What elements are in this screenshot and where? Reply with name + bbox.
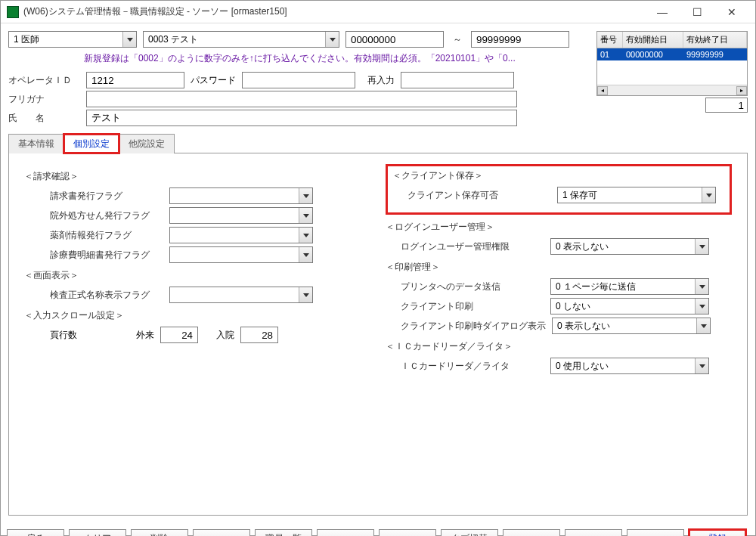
empty-button-4[interactable] [503, 529, 560, 536]
left-column: ＜請求確認＞ 請求書発行フラグ 院外処方せん発行フラグ 薬剤情報発行フラグ 診療… [24, 164, 370, 504]
cell-to: 99999999 [683, 48, 747, 60]
tab-other-hospital[interactable]: 他院設定 [119, 134, 175, 153]
window-controls: — ☐ ✕ [645, 1, 749, 23]
role-combo-value: 1 医師 [9, 33, 44, 46]
client-save-combo[interactable]: 1 保存可 [557, 187, 716, 203]
section-print: ＜印刷管理＞ [386, 261, 732, 274]
testname-flag-combo[interactable] [169, 287, 313, 303]
col-no: 番号 [597, 32, 623, 48]
tab-strip: 基本情報 個別設定 他院設定 [8, 133, 748, 153]
chevron-down-icon [702, 187, 715, 203]
login-perm-value: 0 表示しない [551, 240, 613, 253]
reenter-input[interactable] [401, 72, 514, 88]
back-button[interactable]: 戻る [7, 529, 64, 536]
chevron-down-icon [299, 247, 312, 262]
client-print-dialog-value: 0 表示しない [553, 320, 615, 333]
scroll-left-icon[interactable]: ◂ [597, 86, 608, 95]
empty-button-2[interactable] [317, 529, 374, 536]
chevron-down-icon [299, 228, 312, 243]
gairai-label: 外来 [101, 329, 154, 342]
validity-table: 番号 有効開始日 有効終了日 01 00000000 99999999 ◂ ▸ [596, 31, 748, 96]
titlebar: (W06)システム管理情報－職員情報設定 - ソーソー [ormaster150… [1, 1, 755, 23]
chevron-down-icon [695, 279, 708, 294]
section-client: ＜クライアント保存＞ [392, 169, 725, 182]
section-billing: ＜請求確認＞ [24, 170, 370, 183]
range-tilde: ～ [450, 33, 465, 46]
nyuin-input[interactable] [240, 327, 278, 343]
operator-id-label: オペレータＩＤ [8, 74, 80, 87]
empty-button-6[interactable] [627, 529, 684, 536]
tab-switch-button[interactable]: タブ切替 [441, 529, 498, 536]
section-display: ＜画面表示＞ [24, 269, 370, 282]
chevron-down-icon [299, 188, 312, 203]
outrx-flag-combo[interactable] [169, 207, 313, 224]
side-panel: 番号 有効開始日 有効終了日 01 00000000 99999999 ◂ ▸ [596, 31, 748, 113]
outrx-flag-label: 院外処方せん発行フラグ [50, 209, 163, 222]
clear-button[interactable]: クリア [69, 529, 126, 536]
printer-send-value: 0 １ページ毎に送信 [551, 280, 640, 293]
password-input[interactable] [242, 72, 355, 88]
content-area: 1 医師 0003 テスト ～ 新規登録は「0002」のように数字のみを↑に打ち… [1, 23, 755, 523]
right-column: ＜クライアント保存＞ クライアント保存可否 1 保存可 ＜ログインユーザー管理＞… [386, 164, 732, 504]
chevron-down-icon [299, 287, 312, 302]
minimize-button[interactable]: — [645, 1, 680, 23]
h-scrollbar[interactable]: ◂ ▸ [597, 85, 747, 95]
client-print-combo[interactable]: 0 しない [550, 298, 709, 314]
empty-button-5[interactable] [565, 529, 622, 536]
detail-flag-label: 診療費明細書発行フラグ [50, 249, 163, 262]
row-counter-input[interactable] [705, 98, 748, 113]
testname-flag-label: 検査正式名称表示フラグ [50, 289, 163, 302]
ic-reader-combo[interactable]: 0 使用しない [550, 358, 709, 374]
client-print-dialog-combo[interactable]: 0 表示しない [552, 318, 711, 334]
role-combo[interactable]: 1 医師 [8, 31, 137, 48]
scroll-right-icon[interactable]: ▸ [736, 86, 747, 95]
cell-no: 01 [597, 48, 623, 60]
gairai-input[interactable] [160, 327, 198, 343]
reenter-label: 再入力 [361, 74, 395, 87]
bill-flag-combo[interactable] [169, 187, 313, 204]
bill-flag-label: 請求書発行フラグ [50, 190, 163, 203]
printer-send-label: プリンタへのデータ送信 [401, 280, 544, 293]
code-combo[interactable]: 0003 テスト [143, 31, 339, 48]
hint-text: 新規登録は「0002」のように数字のみを↑に打ち込んでください。有効期間は必須。… [8, 51, 589, 70]
delete-button[interactable]: 削除 [131, 529, 188, 536]
window-title: (W06)システム管理情報－職員情報設定 - ソーソー [ormaster150… [23, 5, 645, 18]
register-button[interactable]: 登録 [689, 529, 746, 536]
chevron-down-icon [696, 318, 710, 333]
app-icon [7, 6, 19, 18]
maximize-button[interactable]: ☐ [680, 1, 714, 23]
chevron-down-icon [122, 32, 136, 47]
table-row[interactable]: 01 00000000 99999999 [597, 48, 747, 60]
nyuin-label: 入院 [204, 329, 234, 342]
login-perm-combo[interactable]: 0 表示しない [550, 238, 709, 255]
client-save-label: クライアント保存可否 [407, 189, 551, 202]
close-button[interactable]: ✕ [714, 1, 749, 23]
section-ic: ＜ＩＣカードリーダ／ライタ＞ [386, 340, 732, 353]
client-save-value: 1 保存可 [558, 189, 602, 202]
tab-individual[interactable]: 個別設定 [64, 134, 119, 153]
druginfo-flag-combo[interactable] [169, 227, 313, 243]
section-login: ＜ログインユーザー管理＞ [386, 221, 732, 234]
tab-basic[interactable]: 基本情報 [8, 134, 64, 153]
code-combo-value: 0003 テスト [144, 33, 203, 46]
druginfo-flag-label: 薬剤情報発行フラグ [50, 229, 163, 242]
ic-reader-label: ＩＣカードリーダ／ライタ [401, 360, 544, 373]
name-input[interactable] [86, 110, 517, 126]
staff-list-button[interactable]: 職員一覧 [255, 529, 312, 536]
chevron-down-icon [695, 299, 708, 314]
app-window: (W06)システム管理情報－職員情報設定 - ソーソー [ormaster150… [0, 0, 756, 536]
empty-button-1[interactable] [193, 529, 250, 536]
chevron-down-icon [695, 239, 708, 254]
range-to-input[interactable] [471, 31, 569, 48]
furigana-label: フリガナ [8, 93, 80, 106]
bottom-toolbar: 戻る クリア 削除 職員一覧 タブ切替 登録 [1, 523, 755, 536]
detail-flag-combo[interactable] [169, 246, 313, 263]
empty-button-3[interactable] [379, 529, 436, 536]
printer-send-combo[interactable]: 0 １ページ毎に送信 [550, 278, 709, 295]
furigana-input[interactable] [86, 91, 517, 107]
col-from: 有効開始日 [623, 32, 683, 48]
operator-id-input[interactable] [86, 72, 184, 88]
page-rows-label: 頁行数 [50, 329, 95, 342]
login-perm-label: ログインユーザー管理権限 [401, 240, 544, 253]
range-from-input[interactable] [345, 31, 444, 48]
